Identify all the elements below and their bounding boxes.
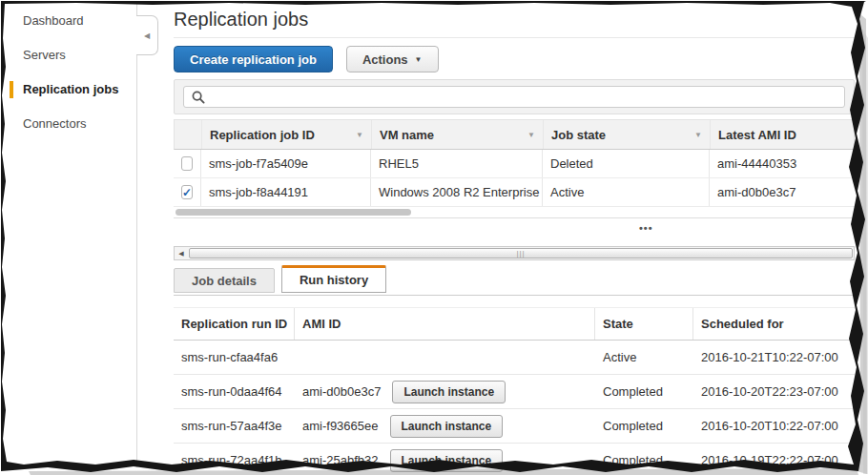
ami-id-cell <box>295 341 595 374</box>
run-id-cell: sms-run-72aa4f1b <box>174 444 295 475</box>
search-box[interactable] <box>183 86 845 108</box>
tab-job-details[interactable]: Job details <box>174 268 275 293</box>
sidebar-item-dashboard[interactable]: Dashboard <box>4 4 136 38</box>
state-cell: Active <box>595 341 693 374</box>
sidebar: Dashboard Servers Replication jobs Conne… <box>4 4 137 467</box>
tab-run-history[interactable]: Run history <box>281 265 386 293</box>
chevron-down-icon: ▼ <box>415 55 423 64</box>
column-header-scheduled-for: Scheduled for <box>693 308 855 340</box>
scrollbar-thumb[interactable]: ||| <box>189 248 853 258</box>
replication-jobs-page: Dashboard Servers Replication jobs Conne… <box>0 0 868 475</box>
page-title: Replication jobs <box>174 6 855 38</box>
column-header-replication-run-id: Replication run ID <box>174 308 295 340</box>
pane-splitter: ••• <box>174 218 855 246</box>
table-row[interactable]: sms-run-0daa4f64 ami-d0b0e3c7 Launch ins… <box>174 375 855 409</box>
scheduled-for-cell: 2016-10-20T10:22-07:00 <box>693 409 855 443</box>
state-cell: Completed <box>595 375 693 408</box>
table-row[interactable]: sms-run-cfaa4fa6 Active 2016-10-21T10:22… <box>174 341 855 375</box>
run-history-table: Replication run ID AMI ID State Schedule… <box>174 307 855 475</box>
job-state-cell: Active <box>543 178 710 206</box>
column-header-latest-ami-id[interactable]: Latest AMI ID <box>711 120 854 149</box>
table-row[interactable]: sms-run-72aa4f1b ami-25abfb32 Launch ins… <box>174 444 855 475</box>
run-id-cell: sms-run-cfaa4fa6 <box>174 341 295 374</box>
ami-id-cell: ami-d0b0e3c7 Launch instance <box>295 375 595 408</box>
create-replication-job-button[interactable]: Create replication job <box>174 46 333 72</box>
launch-instance-button[interactable]: Launch instance <box>390 415 504 438</box>
latest-ami-cell: ami-44440353 <box>710 150 855 177</box>
sidebar-item-label: Replication jobs <box>23 82 118 96</box>
column-header-replication-job-id[interactable]: Replication job ID ▼ <box>202 120 372 149</box>
vm-name-cell: RHEL5 <box>371 150 543 177</box>
scheduled-for-cell: 2016-10-21T10:22-07:00 <box>693 341 855 374</box>
row-checkbox[interactable] <box>181 156 193 171</box>
sort-caret-icon[interactable]: ▼ <box>356 131 363 139</box>
sidebar-item-label: Servers <box>23 48 66 62</box>
actions-button-label: Actions <box>362 52 408 67</box>
launch-instance-button[interactable]: Launch instance <box>392 381 506 403</box>
tabstrip-divider <box>174 295 855 296</box>
sidebar-collapse-button[interactable]: ◀ <box>136 15 158 55</box>
job-state-cell: Deleted <box>543 150 710 177</box>
scheduled-for-cell: 2016-10-20T22:23-07:00 <box>693 375 855 408</box>
sidebar-item-servers[interactable]: Servers <box>4 38 136 72</box>
latest-ami-cell: ami-d0b0e3c7 <box>710 178 855 206</box>
run-id-cell: sms-run-0daa4f64 <box>174 375 295 408</box>
sidebar-item-replication-jobs[interactable]: Replication jobs <box>4 72 136 107</box>
state-cell: Completed <box>595 444 693 475</box>
scheduled-for-cell: 2016-10-19T22:22-07:00 <box>693 444 855 475</box>
sidebar-item-label: Connectors <box>23 116 86 131</box>
detail-tabs: Job details Run history <box>174 264 855 293</box>
job-id-cell: sms-job-f8a44191 <box>201 178 371 206</box>
vm-name-cell: Windows 2008 R2 Enterprise <box>371 178 543 206</box>
sort-caret-icon[interactable]: ▼ <box>527 131 535 139</box>
run-id-cell: sms-run-57aa4f3e <box>174 409 295 443</box>
search-input[interactable] <box>212 90 837 104</box>
table-row[interactable]: ✓ sms-job-f8a44191 Windows 2008 R2 Enter… <box>174 178 855 207</box>
state-cell: Completed <box>595 409 693 443</box>
ami-id-cell: ami-25abfb32 Launch instance <box>295 444 595 475</box>
table-row[interactable]: sms-job-f7a5409e RHEL5 Deleted ami-44440… <box>174 150 855 178</box>
table-row[interactable]: sms-run-57aa4f3e ami-f93665ee Launch ins… <box>174 409 855 444</box>
chevron-left-icon: ◀ <box>144 31 150 40</box>
filter-bar <box>174 79 855 114</box>
column-header-state: State <box>595 308 693 340</box>
sort-caret-icon[interactable]: ▼ <box>694 131 702 139</box>
scrollbar-grip-icon: ||| <box>516 250 525 258</box>
job-id-cell: sms-job-f7a5409e <box>201 150 371 177</box>
toolbar: Create replication job Actions ▼ <box>174 46 855 72</box>
ami-id-cell: ami-f93665ee Launch instance <box>295 409 595 443</box>
search-icon <box>192 91 205 104</box>
sidebar-item-connectors[interactable]: Connectors <box>4 107 136 141</box>
scroll-left-button[interactable]: ◀ <box>175 247 188 259</box>
selected-indicator-bar <box>10 81 13 98</box>
check-icon: ✓ <box>182 187 192 198</box>
select-all-column-header <box>175 120 202 149</box>
arrow-left-icon: ◀ <box>178 250 183 258</box>
actions-dropdown-button[interactable]: Actions ▼ <box>346 46 439 72</box>
column-header-job-state[interactable]: Job state ▼ <box>544 120 711 149</box>
jobs-table-header-row: Replication job ID ▼ VM name ▼ Job state… <box>174 119 855 150</box>
lower-pane-horizontal-scrollbar: ◀ ||| <box>174 246 855 260</box>
main-content: Replication jobs Create replication job … <box>158 4 868 475</box>
splitter-grip-icon[interactable]: ••• <box>639 222 653 234</box>
row-checkbox-checked[interactable]: ✓ <box>181 185 193 199</box>
sidebar-item-label: Dashboard <box>23 13 84 28</box>
jobs-table-horizontal-scrollbar <box>174 207 855 217</box>
scrollbar-thumb[interactable] <box>176 209 411 216</box>
replication-jobs-table: Replication job ID ▼ VM name ▼ Job state… <box>174 119 855 218</box>
column-header-vm-name[interactable]: VM name ▼ <box>372 120 544 149</box>
launch-instance-button[interactable]: Launch instance <box>390 449 504 472</box>
runs-table-header-row: Replication run ID AMI ID State Schedule… <box>174 308 855 341</box>
column-header-ami-id: AMI ID <box>295 308 595 340</box>
